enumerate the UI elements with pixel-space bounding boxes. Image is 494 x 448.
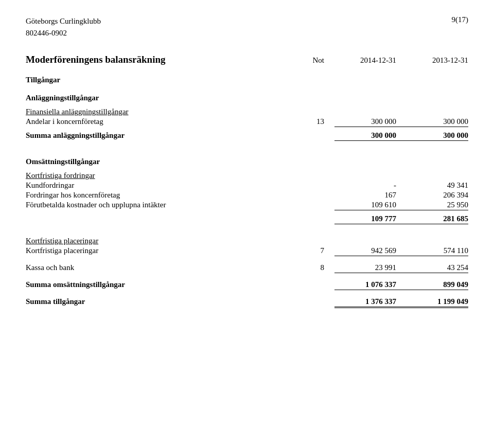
forutbetalda-val2: 25 950 [401,201,468,210]
andelar-val1: 300 000 [334,117,401,127]
kortfristiga-placeringar-val2: 574 110 [401,246,468,256]
kundfordringar-val1: - [334,181,401,190]
andelar-not: 13 [293,117,334,126]
summa-omsattningstillgangar-row: Summa omsättningstillgångar 1 076 337 89… [26,280,468,290]
kassa-label: Kassa och bank [26,263,293,272]
org-info: Göteborgs Curlingklubb 802446-0902 [26,15,101,39]
kortfristiga-placeringar-label: Kortfristiga placeringar [26,246,293,255]
org-name: Göteborgs Curlingklubb [26,15,101,27]
page-header: Göteborgs Curlingklubb 802446-0902 9(17) [26,15,468,39]
subtotal1-val1: 109 777 [334,214,401,224]
org-number: 802446-0902 [26,27,101,39]
summa-anlagningstillgangar-row: Summa anläggningstillgångar 300 000 300 … [26,131,468,141]
col-not-header: Not [293,56,334,65]
kundfordringar-val2: 49 341 [401,181,468,190]
fordringar-hos-val1: 167 [334,191,401,200]
andelar-label: Andelar i koncernföretag [26,117,293,126]
summa-tillgangar-row: Summa tillgångar 1 376 337 1 199 049 [26,297,468,308]
kassa-not: 8 [293,263,334,272]
finansiella-header: Finansiella anläggningstillgångar [26,107,468,116]
summa-anlagningstillgangar-val1: 300 000 [334,131,401,141]
forutbetalda-label: Förutbetalda kostnader och upplupna intä… [26,201,293,209]
kortfristiga-placeringar-row: Kortfristiga placeringar 7 942 569 574 1… [26,246,468,256]
andelar-val2: 300 000 [401,117,468,127]
subtotal1-val2: 281 685 [401,214,468,224]
andelar-row: Andelar i koncernföretag 13 300 000 300 … [26,117,468,127]
summa-anlagningstillgangar-val2: 300 000 [401,131,468,141]
fordringar-hos-val2: 206 394 [401,191,468,200]
summa-tillgangar-label: Summa tillgångar [26,297,293,306]
fordringar-hos-label: Fordringar hos koncernföretag [26,191,293,200]
tillgangar-header: Tillgångar [26,76,468,84]
kortfristiga-fordringar-header: Kortfristiga fordringar [26,171,468,180]
kortfristiga-placeringar-not: 7 [293,246,334,255]
col-year2-header: 2013-12-31 [401,56,468,65]
subtotal1-row: 109 777 281 685 [26,214,468,224]
summa-omsattningstillgangar-val2: 899 049 [401,280,468,290]
summa-omsattningstillgangar-label: Summa omsättningstillgångar [26,280,293,289]
kassa-val1: 23 991 [334,263,401,273]
kundfordringar-label: Kundfordringar [26,181,293,190]
summa-tillgangar-val2: 1 199 049 [401,297,468,308]
kortfristiga-placeringar-header: Kortfristiga placeringar [26,237,468,245]
anlagningstillgangar-header: Anläggningstillgångar [26,94,468,102]
kortfristiga-placeringar-val1: 942 569 [334,246,401,256]
kassa-row: Kassa och bank 8 23 991 43 254 [26,263,468,273]
kassa-val2: 43 254 [401,263,468,273]
col-year1-header: 2014-12-31 [334,56,401,65]
forutbetalda-val1: 109 610 [334,201,401,210]
page-number: 9(17) [452,15,469,39]
kundfordringar-row: Kundfordringar - 49 341 [26,181,468,190]
summa-anlagningstillgangar-label: Summa anläggningstillgångar [26,131,293,140]
omsattningstillgangar-header: Omsättningstillgångar [26,157,468,166]
summa-tillgangar-val1: 1 376 337 [334,297,401,308]
main-title-row: Moderföreningens balansräkning Not 2014-… [26,54,468,65]
main-title: Moderföreningens balansräkning [26,54,166,65]
fordringar-hos-row: Fordringar hos koncernföretag 167 206 39… [26,191,468,200]
summa-omsattningstillgangar-val1: 1 076 337 [334,280,401,290]
forutbetalda-row: Förutbetalda kostnader och upplupna intä… [26,201,468,210]
